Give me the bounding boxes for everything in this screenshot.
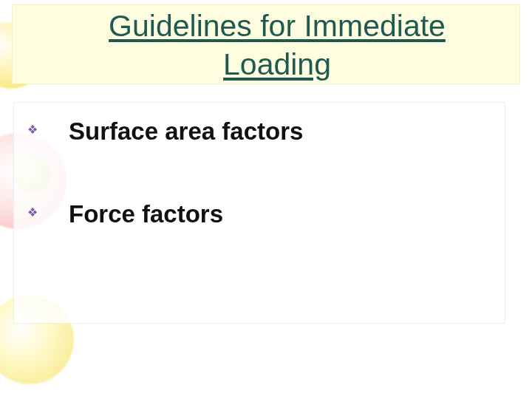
list-item: ❖ Surface area factors [27,116,497,147]
title-wrap: Guidelines for Immediate Loading [57,7,497,83]
list-item: ❖ Force factors [27,199,497,230]
bullet-text: Force factors [69,199,223,230]
title-band: Guidelines for Immediate Loading [12,4,520,84]
body-box: ❖ Surface area factors ❖ Force factors [13,102,505,324]
slide: Guidelines for Immediate Loading ❖ Surfa… [0,0,532,399]
diamond-bullet-icon: ❖ [27,124,44,136]
diamond-bullet-icon: ❖ [27,207,44,219]
slide-title: Guidelines for Immediate Loading [57,7,497,83]
bullet-text: Surface area factors [69,116,303,147]
